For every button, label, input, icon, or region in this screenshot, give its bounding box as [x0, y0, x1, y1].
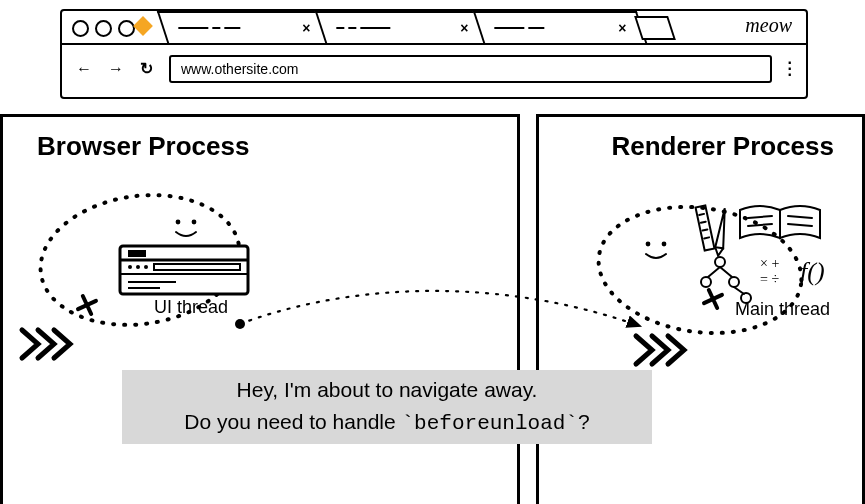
new-tab-button[interactable] — [634, 16, 676, 40]
renderer-process-title: Renderer Process — [611, 133, 834, 159]
browser-process-panel: Browser Process — [0, 114, 520, 504]
tab[interactable]: × — [473, 11, 647, 43]
traffic-lights — [72, 20, 135, 37]
tab[interactable]: × — [315, 11, 489, 43]
toolbar: ← → ↻ ··· — [62, 45, 806, 93]
tab-close-icon[interactable]: × — [460, 21, 468, 35]
tab-bar: × × × meow — [62, 11, 806, 45]
tab-close-icon[interactable]: × — [618, 21, 626, 35]
forward-button[interactable]: → — [108, 61, 124, 77]
traffic-light[interactable] — [118, 20, 135, 37]
tab[interactable]: × — [157, 11, 331, 43]
browser-chrome: × × × meow ← → ↻ ··· — [60, 9, 808, 99]
overflow-menu-icon[interactable]: ··· — [788, 60, 792, 78]
traffic-light[interactable] — [95, 20, 112, 37]
msg-line-1: Hey, I'm about to navigate away. — [122, 374, 652, 406]
reload-button[interactable]: ↻ — [140, 61, 153, 77]
traffic-light[interactable] — [72, 20, 89, 37]
tab-close-icon[interactable]: × — [302, 21, 310, 35]
ipc-message-box: Hey, I'm about to navigate away. Do you … — [122, 370, 652, 444]
brand-diamond-icon — [133, 16, 153, 36]
ui-thread-label: UI thread — [154, 298, 228, 316]
msg-line-2: Do you need to handle `beforeunload`? — [122, 406, 652, 440]
url-bar[interactable] — [169, 55, 772, 83]
brand-text: meow — [745, 15, 792, 35]
main-thread-label: Main thread — [735, 300, 830, 318]
back-button[interactable]: ← — [76, 61, 92, 77]
browser-process-title: Browser Process — [37, 133, 249, 159]
